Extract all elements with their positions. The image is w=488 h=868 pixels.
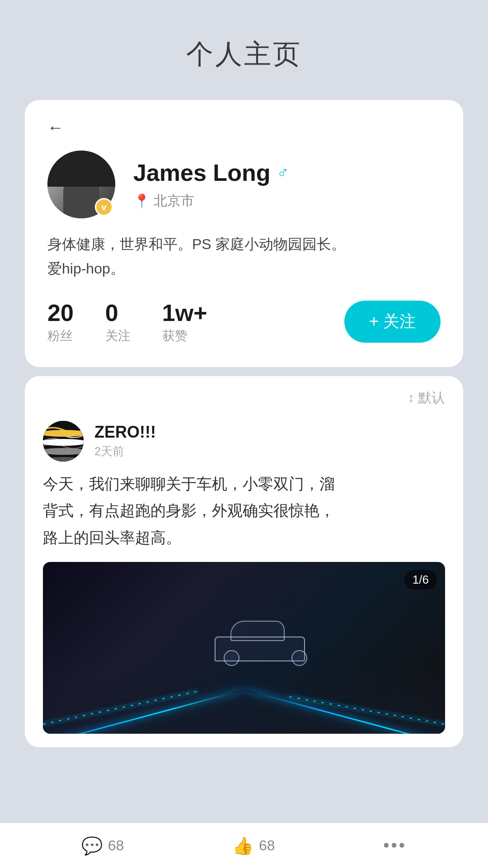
likes-label: 获赞 <box>162 327 188 344</box>
page-title: 个人主页 <box>0 0 488 100</box>
following-stat: 0 关注 <box>105 299 131 344</box>
post-author-avatar <box>43 421 84 462</box>
post-image-wrapper[interactable]: 1/6 <box>43 562 445 734</box>
comment-count: 68 <box>108 837 124 854</box>
post-time: 2天前 <box>94 443 156 459</box>
like-count: 68 <box>259 837 275 854</box>
stats-row: 20 粉丝 0 关注 1w+ 获赞 + 关注 <box>47 299 441 344</box>
user-bio: 身体健康，世界和平。PS 家庭小动物园园长。 爱hip-hop。 <box>47 232 441 281</box>
post-image: 1/6 <box>43 562 445 734</box>
profile-card: ← v James Long ♂ 📍 北京市 <box>25 100 463 367</box>
user-details: James Long ♂ 📍 北京市 <box>133 159 289 210</box>
following-count: 0 <box>105 299 118 326</box>
location-text: 北京市 <box>154 192 194 210</box>
location-row: 📍 北京市 <box>133 192 289 210</box>
car-wheel-right <box>291 650 307 666</box>
like-icon: 👍 <box>232 836 253 856</box>
location-pin-icon: 📍 <box>133 193 150 209</box>
back-button[interactable]: ← <box>47 118 64 137</box>
bottom-bar: 💬 68 👍 68 ••• <box>0 823 488 868</box>
following-label: 关注 <box>105 327 131 344</box>
image-counter: 1/6 <box>404 570 437 590</box>
comment-icon: 💬 <box>81 836 103 856</box>
username: James Long <box>133 159 270 186</box>
car-scene <box>43 562 445 734</box>
avatar-hair <box>47 151 115 187</box>
bio-line1: 身体健康，世界和平。PS 家庭小动物园园长。 <box>47 236 346 252</box>
post-author-name: ZERO!!! <box>94 423 156 442</box>
profile-section: ← v James Long ♂ 📍 北京市 <box>25 100 463 367</box>
follow-button[interactable]: + 关注 <box>344 301 441 343</box>
fans-label: 粉丝 <box>47 327 73 344</box>
post-line1: 今天，我们来聊聊关于车机，小零双门，溜 <box>43 475 335 492</box>
post-line3: 路上的回头率超高。 <box>43 529 181 546</box>
post-content: 今天，我们来聊聊关于车机，小零双门，溜 背式，有点超跑的身影，外观确实很惊艳， … <box>43 471 445 552</box>
likes-count: 1w+ <box>162 299 207 326</box>
sort-bar[interactable]: ↕ 默认 <box>25 376 463 416</box>
post-header: ZERO!!! 2天前 <box>43 421 445 462</box>
posts-card: ↕ 默认 ZERO!!! <box>25 376 463 748</box>
post-meta: ZERO!!! 2天前 <box>94 423 156 459</box>
vip-badge: v <box>95 198 113 216</box>
fans-count: 20 <box>47 299 74 326</box>
fans-stat: 20 粉丝 <box>47 299 74 344</box>
comment-action[interactable]: 💬 68 <box>81 836 124 856</box>
sort-icon: ↕ <box>408 391 414 405</box>
username-row: James Long ♂ <box>133 159 289 186</box>
post-item: ZERO!!! 2天前 今天，我们来聊聊关于车机，小零双门，溜 背式，有点超跑的… <box>25 416 463 734</box>
car-wireframe <box>215 625 314 670</box>
avatar: v <box>47 151 115 218</box>
post-line2: 背式，有点超跑的身影，外观确实很惊艳， <box>43 502 335 519</box>
user-info-row: v James Long ♂ 📍 北京市 <box>47 151 441 218</box>
post-avatar-graphic <box>43 421 84 462</box>
bio-line2: 爱hip-hop。 <box>47 260 125 277</box>
car-wheel-left <box>224 650 239 666</box>
gender-icon: ♂ <box>277 163 289 182</box>
more-button[interactable]: ••• <box>383 836 407 855</box>
road-surface <box>43 661 445 734</box>
sort-label: 默认 <box>418 389 445 407</box>
like-action[interactable]: 👍 68 <box>232 836 275 856</box>
likes-stat: 1w+ 获赞 <box>162 299 207 344</box>
